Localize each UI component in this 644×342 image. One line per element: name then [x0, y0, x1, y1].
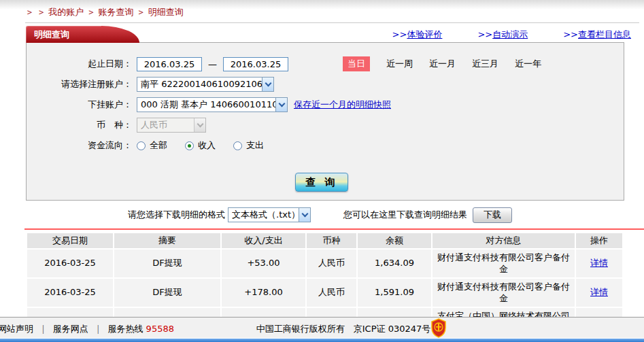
footer-links: 网站声明｜服务网点｜服务热线 95588 — [0, 323, 174, 335]
chevron-down-icon — [275, 98, 287, 112]
date-range-label: 起止日期： — [27, 58, 132, 70]
date-from-input[interactable] — [137, 57, 202, 71]
radio-icon — [137, 141, 146, 150]
download-format-select[interactable]: 文本格式（.txt） — [228, 207, 311, 222]
hotline-label: 服务热线 — [107, 324, 143, 334]
register-account-row: 请选择注册账户： 南平 6222001406100921065 灵通卡 — [27, 76, 624, 92]
detail-link[interactable]: 详情 — [590, 258, 608, 268]
link-auto-demo[interactable]: >>自动演示 — [477, 29, 528, 41]
flow-radio-income[interactable]: 收入 — [185, 139, 216, 152]
table-row: 2016-03-25 DF提现 +53.00 人民币 1,634.09 财付通支… — [27, 249, 623, 278]
sub-account-label: 下挂账户： — [27, 99, 132, 111]
fund-flow-row: 资金流向： 全部 收入 支出 — [27, 137, 624, 154]
query-form-panel: 起止日期： — 当日 近一周 近一月 近三月 近一年 请选择注册账户： 南平 6… — [26, 42, 624, 201]
range-quarter-button[interactable]: 近三月 — [472, 58, 498, 70]
link-view-column-info[interactable]: >>查看栏目信息 — [563, 29, 631, 41]
currency-select-disabled: 人民币 — [137, 118, 206, 133]
register-account-select[interactable]: 南平 6222001406100921065 灵通卡 — [137, 77, 274, 92]
radio-checked-icon — [185, 141, 194, 150]
quick-links: >>体验评价 >>自动演示 >>查看栏目信息 — [306, 29, 631, 41]
footer-link-site-statement[interactable]: 网站声明 — [0, 324, 33, 334]
download-format-label: 请您选择下载明细的格式 — [128, 209, 225, 221]
col-date: 交易日期 — [27, 233, 114, 249]
range-month-button[interactable]: 近一月 — [429, 58, 456, 70]
sub-account-select[interactable]: 000 活期 基本户 1406600101102571848 — [137, 97, 288, 112]
detail-link[interactable]: 详情 — [590, 287, 608, 297]
currency-label: 币 种： — [27, 119, 132, 131]
radio-icon — [233, 141, 242, 150]
currency-row: 币 种： 人民币 — [27, 117, 624, 133]
chevron-down-icon — [262, 78, 273, 91]
date-range-row: 起止日期： — 当日 近一周 近一月 近三月 近一年 — [27, 56, 624, 72]
col-amount: 收入/支出 — [221, 233, 306, 249]
bottom-blue-bar — [0, 338, 644, 342]
icp-badge-icon — [430, 318, 447, 338]
red-divider — [24, 228, 644, 230]
chevron-down-icon — [299, 208, 310, 222]
download-hint: 您可以在这里下载查询明细结果 — [343, 209, 467, 221]
col-summary: 摘要 — [114, 233, 221, 249]
tab-detail-query[interactable]: 明细查询 — [26, 26, 102, 43]
range-today-button[interactable]: 当日 — [343, 56, 370, 71]
flow-radio-expense[interactable]: 支出 — [233, 139, 264, 152]
flow-radio-all[interactable]: 全部 — [137, 139, 167, 152]
save-snapshot-link[interactable]: 保存近一个月的明细快照 — [294, 99, 391, 111]
download-row: 请您选择下载明细的格式 文本格式（.txt） 您可以在这里下载查询明细结果 下载 — [0, 205, 644, 225]
footer: 网站声明｜服务网点｜服务热线 95588 中国工商银行版权所有 京ICP证 03… — [0, 317, 644, 338]
col-balance: 余额 — [357, 233, 432, 249]
breadcrumb[interactable]: ＞ ＞ 我的账户 ＞ 账务查询 ＞ 明细查询 — [25, 6, 184, 18]
footer-link-service-outlets[interactable]: 服务网点 — [53, 324, 88, 334]
col-currency: 币种 — [306, 233, 357, 249]
sub-account-row: 下挂账户： 000 活期 基本户 1406600101102571848 保存近… — [27, 97, 624, 113]
hotline-number: 95588 — [146, 324, 174, 334]
range-week-button[interactable]: 近一周 — [386, 58, 413, 70]
fund-flow-label: 资金流向： — [27, 139, 132, 152]
chevron-down-icon — [194, 118, 205, 132]
table-header-row: 交易日期 摘要 收入/支出 币种 余额 对方信息 操作 — [27, 233, 623, 249]
download-button[interactable]: 下载 — [473, 207, 512, 223]
date-separator: — — [208, 59, 217, 69]
register-account-label: 请选择注册账户： — [27, 78, 132, 90]
footer-copyright: 中国工商银行版权所有 京ICP证 030247号 — [256, 323, 431, 335]
breadcrumb-divider — [25, 22, 639, 23]
table-row: 2016-03-25 DF提现 +178.00 人民币 1,591.09 财付通… — [27, 278, 623, 307]
col-action: 操作 — [575, 233, 623, 249]
date-to-input[interactable] — [223, 57, 288, 71]
range-year-button[interactable]: 近一年 — [515, 58, 541, 70]
link-experience-rating[interactable]: >>体验评价 — [392, 29, 443, 41]
col-counterparty: 对方信息 — [432, 233, 575, 249]
icbc-detail-query-page: ＞ ＞ 我的账户 ＞ 账务查询 ＞ 明细查询 >>体验评价 >>自动演示 >>查… — [0, 0, 644, 342]
query-button[interactable]: 查 询 — [295, 173, 348, 192]
